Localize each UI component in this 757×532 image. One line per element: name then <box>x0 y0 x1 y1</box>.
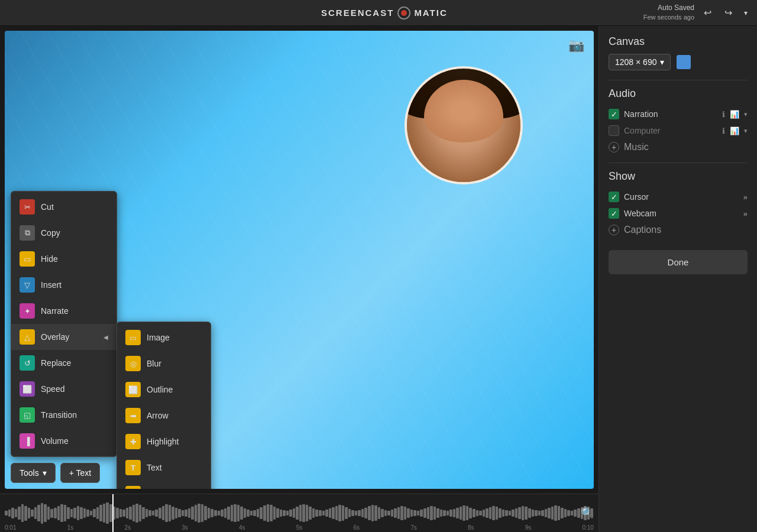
autosave-info: Auto Saved Few seconds ago <box>643 3 694 22</box>
overlay-submenu-arrow: ◀ <box>103 334 108 340</box>
computer-info-icon[interactable]: ℹ <box>722 126 725 135</box>
submenu-item-paste[interactable]: ▭ Paste <box>117 481 211 489</box>
canvas-color-swatch[interactable] <box>677 55 691 69</box>
more-options-button[interactable]: ▾ <box>742 7 750 20</box>
logo-icon <box>397 7 410 20</box>
hide-label: Hide <box>41 254 58 264</box>
canvas-title: Canvas <box>609 35 748 48</box>
music-add-item[interactable]: + Music <box>609 139 748 155</box>
image-label: Image <box>147 333 170 342</box>
menu-item-cut[interactable]: ✂ Cut <box>11 194 117 220</box>
time-label-1s: 1s <box>67 524 74 531</box>
outline-icon: ⬜ <box>125 382 141 397</box>
canvas-size-select[interactable]: 1208 × 690 ▾ <box>609 54 671 70</box>
canvas-chevron: ▾ <box>660 57 664 67</box>
transition-label: Transition <box>41 410 77 420</box>
cursor-checkbox[interactable]: ✓ <box>609 192 619 202</box>
audio-section: Audio ✓ Narration ℹ 📊 ▾ Computer ℹ 📊 ▾ +… <box>609 87 748 155</box>
time-label-8s: 8s <box>468 524 474 531</box>
webcam-item: ✓ Webcam » <box>609 205 748 222</box>
menu-item-insert[interactable]: ▽ Insert <box>11 272 117 298</box>
audio-title: Audio <box>609 87 748 100</box>
right-panel: Canvas 1208 × 690 ▾ Audio ✓ Narration ℹ … <box>599 26 757 532</box>
cut-icon: ✂ <box>20 199 35 215</box>
computer-checkbox[interactable] <box>609 125 619 136</box>
submenu-item-blur[interactable]: ◎ Blur <box>117 351 211 377</box>
overlay-icon: △ <box>20 329 35 345</box>
timeline-cursor[interactable] <box>112 494 114 532</box>
tools-chevron: ▾ <box>43 468 47 478</box>
time-label-9s: 9s <box>525 524 532 531</box>
blur-label: Blur <box>147 359 161 368</box>
menu-item-transition[interactable]: ◱ Transition <box>11 402 117 428</box>
redo-button[interactable]: ↪ <box>721 5 736 21</box>
cut-label: Cut <box>41 202 54 212</box>
menu-item-hide[interactable]: ▭ Hide <box>11 246 117 272</box>
speed-icon: ⬜ <box>20 381 35 397</box>
submenu-item-image[interactable]: ▭ Image <box>117 325 211 351</box>
text-label: Text <box>147 463 162 472</box>
captions-add-item[interactable]: + Captions <box>609 222 748 238</box>
image-icon: ▭ <box>125 330 141 345</box>
time-label-2s: 2s <box>124 524 131 531</box>
time-label-current: 0:01 <box>5 524 16 531</box>
webcam-checkbox[interactable]: ✓ <box>609 208 619 219</box>
show-title: Show <box>609 170 748 183</box>
submenu-item-text[interactable]: T Text <box>117 455 211 481</box>
arrow-icon: ➡ <box>125 408 141 423</box>
outline-label: Outline <box>147 385 173 394</box>
submenu-item-outline[interactable]: ⬜ Outline <box>117 377 211 403</box>
menu-item-volume[interactable]: ▐ Volume <box>11 428 117 454</box>
computer-chevron[interactable]: ▾ <box>744 127 748 135</box>
search-icon[interactable]: 🔍 <box>581 507 594 520</box>
canvas-size-label: 1208 × 690 <box>615 57 656 67</box>
webcam-label: Webcam <box>624 209 739 218</box>
divider-1 <box>609 80 748 80</box>
narration-info-icon[interactable]: ℹ <box>722 110 725 119</box>
menu-item-narrate[interactable]: ✦ Narrate <box>11 298 117 324</box>
context-menu: ✂ Cut ⧉ Copy ▭ Hide <box>11 191 117 457</box>
copy-icon: ⧉ <box>20 225 35 241</box>
divider-2 <box>609 163 748 163</box>
title-part2: MATIC <box>414 8 447 18</box>
menu-item-replace[interactable]: ↺ Replace <box>11 350 117 376</box>
narrate-label: Narrate <box>41 306 69 316</box>
tools-bar: ✂ Cut ⧉ Copy ▭ Hide <box>11 463 100 483</box>
timeline: 0:01 1s 2s 3s 4s 5s 6s 7s 8s 9s 0:10 🔍 <box>0 494 599 532</box>
canvas-row: 1208 × 690 ▾ <box>609 54 748 70</box>
highlight-icon: ✚ <box>125 434 141 449</box>
narration-checkbox[interactable]: ✓ <box>609 109 619 119</box>
narration-item: ✓ Narration ℹ 📊 ▾ <box>609 106 748 122</box>
time-label-4s: 4s <box>239 524 245 531</box>
submenu-item-arrow[interactable]: ➡ Arrow <box>117 403 211 429</box>
done-button[interactable]: Done <box>609 250 748 274</box>
copy-label: Copy <box>41 228 60 238</box>
text-icon: T <box>125 460 141 475</box>
submenu-item-highlight[interactable]: ✚ Highlight <box>117 429 211 455</box>
cursor-double-arrow[interactable]: » <box>743 193 748 202</box>
top-bar: SCREENCAST MATIC Auto Saved Few seconds … <box>0 0 757 26</box>
music-label: Music <box>624 142 649 153</box>
menu-item-speed[interactable]: ⬜ Speed <box>11 376 117 402</box>
webcam-double-arrow[interactable]: » <box>743 209 748 218</box>
arrow-label: Arrow <box>147 411 169 420</box>
main-layout: 📷 ✂ Cut ⧉ <box>0 26 757 532</box>
menu-item-overlay[interactable]: △ Overlay ◀ ▭ Image ◎ <box>11 324 117 350</box>
logo-inner <box>401 10 407 16</box>
app-title: SCREENCAST MATIC <box>321 7 448 20</box>
menu-item-copy[interactable]: ⧉ Copy <box>11 220 117 246</box>
narrate-icon: ✦ <box>20 303 35 319</box>
narration-levels-icon[interactable]: 📊 <box>730 110 739 119</box>
narration-chevron[interactable]: ▾ <box>744 111 748 118</box>
cursor-label: Cursor <box>624 192 739 202</box>
highlight-label: Highlight <box>147 437 179 446</box>
tools-button[interactable]: Tools ▾ <box>11 463 56 483</box>
add-text-button[interactable]: + Text <box>60 463 101 483</box>
webcam-circle <box>405 66 523 184</box>
time-label-7s: 7s <box>410 524 417 531</box>
overlay-label: Overlay <box>41 332 69 342</box>
volume-label: Volume <box>41 436 69 446</box>
undo-button[interactable]: ↩ <box>700 5 715 21</box>
replace-label: Replace <box>41 358 71 368</box>
computer-levels-icon[interactable]: 📊 <box>730 126 739 135</box>
